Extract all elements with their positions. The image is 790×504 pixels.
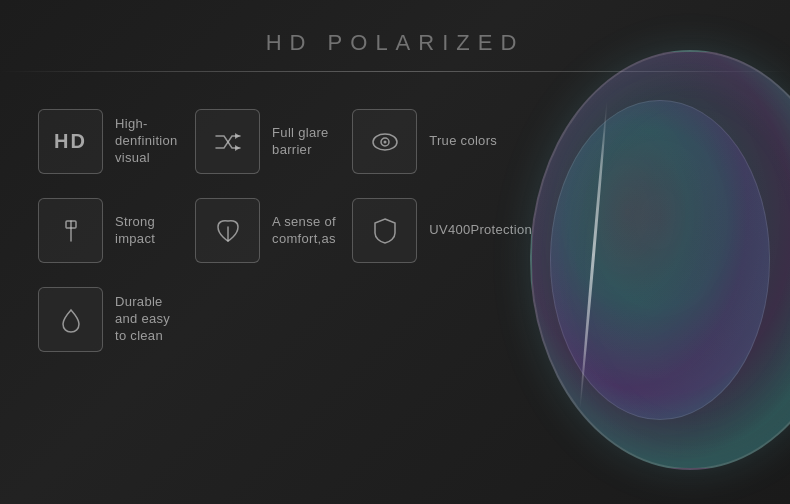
eye-icon: [367, 124, 403, 160]
full-glare-label: Full glare barrier: [272, 125, 336, 159]
uv-protection-label: UV400Protection: [429, 222, 532, 239]
hd-icon: HD: [54, 130, 87, 153]
feature-comfort: A sense of comfort,as: [187, 186, 344, 275]
feature-hd-visual: HD High-denfinition visual: [30, 97, 187, 186]
title-section: HD POLARIZED: [0, 0, 790, 56]
hd-visual-label: High-denfinition visual: [115, 116, 179, 167]
features-grid: HD High-denfinition visual Full glare ba…: [0, 87, 570, 374]
feature-uv-protection: UV400Protection: [344, 186, 540, 275]
durable-label: Durable and easy to clean: [115, 294, 179, 345]
feature-true-colors: True colors: [344, 97, 540, 186]
drop-icon-box: [38, 287, 103, 352]
hammer-icon-box: [38, 198, 103, 263]
leaf-icon: [210, 213, 246, 249]
glare-icon-box: [195, 109, 260, 174]
drop-icon: [53, 302, 89, 338]
shield-icon: [367, 213, 403, 249]
true-colors-label: True colors: [429, 133, 497, 150]
feature-strong-impact: Strong impact: [30, 186, 187, 275]
svg-point-2: [383, 140, 386, 143]
eye-icon-box: [352, 109, 417, 174]
leaf-icon-box: [195, 198, 260, 263]
glare-icon: [210, 124, 246, 160]
hammer-icon: [53, 213, 89, 249]
feature-durable: Durable and easy to clean: [30, 275, 187, 364]
comfort-label: A sense of comfort,as: [272, 214, 336, 248]
hd-icon-box: HD: [38, 109, 103, 174]
shield-icon-box: [352, 198, 417, 263]
feature-full-glare: Full glare barrier: [187, 97, 344, 186]
strong-impact-label: Strong impact: [115, 214, 179, 248]
main-container: HD POLARIZED HD High-denfinition visual: [0, 0, 790, 504]
